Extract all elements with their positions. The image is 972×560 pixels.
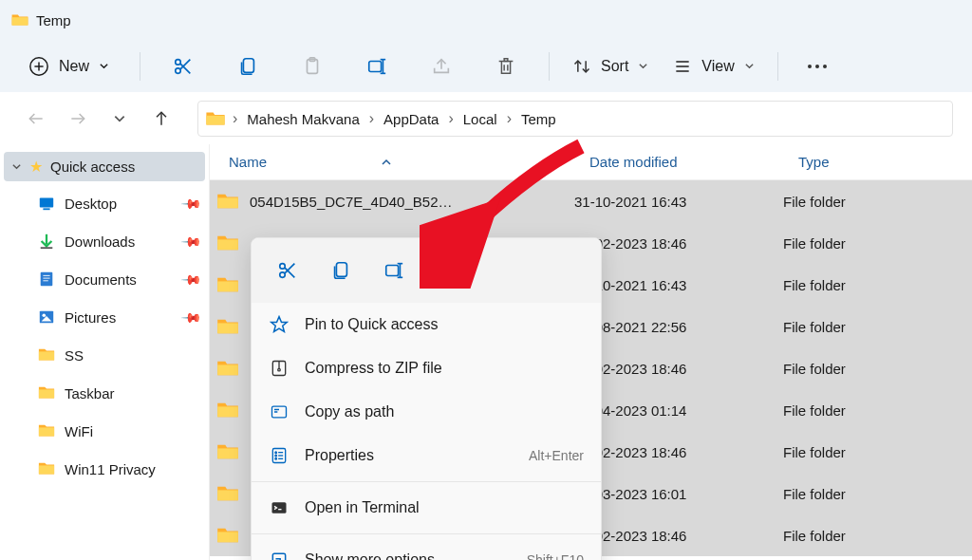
sidebar-item-label: Desktop xyxy=(65,196,117,212)
shortcut-text: Alt+Enter xyxy=(529,448,584,463)
chevron-down-icon xyxy=(11,161,22,172)
folder-icon xyxy=(38,422,55,439)
file-date: 24-02-2023 18:46 xyxy=(574,444,783,460)
sidebar-item-label: Downloads xyxy=(65,233,135,250)
svg-marker-59 xyxy=(217,406,238,417)
toolbar: New Sort xyxy=(0,40,972,93)
svg-rect-81 xyxy=(272,406,287,418)
sidebar-item-taskbar[interactable]: Taskbar xyxy=(4,377,205,409)
address-bar[interactable]: › Mahesh Makvana › AppData › Local › Tem… xyxy=(197,101,953,137)
sidebar-item-desktop[interactable]: Desktop 📌 xyxy=(4,187,205,219)
new-label: New xyxy=(59,58,89,75)
forward-button[interactable] xyxy=(61,102,95,136)
view-label: View xyxy=(701,58,734,75)
file-date: 24-03-2023 16:01 xyxy=(574,486,783,502)
svg-marker-45 xyxy=(39,427,54,436)
separator xyxy=(549,52,550,81)
file-type: File folder xyxy=(783,235,972,252)
divider xyxy=(252,481,601,482)
back-button[interactable] xyxy=(19,102,53,136)
svg-marker-47 xyxy=(39,465,54,474)
file-date: 07-08-2021 22:56 xyxy=(574,319,783,335)
ctx-properties[interactable]: Properties Alt+Enter xyxy=(252,434,601,477)
more-button[interactable] xyxy=(792,47,843,85)
terminal-icon xyxy=(269,497,290,518)
sidebar-item-pictures[interactable]: Pictures 📌 xyxy=(4,301,205,333)
cut-button[interactable] xyxy=(154,47,213,85)
window-title: Temp xyxy=(36,12,71,28)
sidebar-item-wifi[interactable]: WiFi xyxy=(4,415,205,447)
breadcrumb-item[interactable]: AppData xyxy=(378,107,444,131)
up-button[interactable] xyxy=(144,102,178,136)
file-date: 24-02-2023 18:46 xyxy=(574,361,783,377)
svg-rect-12 xyxy=(369,61,382,71)
ctx-terminal[interactable]: Open in Terminal xyxy=(252,486,601,530)
folder-icon xyxy=(217,318,238,335)
title-bar: Temp xyxy=(0,0,972,40)
ctx-delete-button[interactable] xyxy=(426,250,468,291)
share-button xyxy=(412,47,471,85)
table-row[interactable]: 054D15B5_DC7E_4D40_B52… 31-10-2021 16:43… xyxy=(210,180,972,222)
separator xyxy=(777,52,778,81)
file-type: File folder xyxy=(783,361,972,377)
folder-icon xyxy=(217,485,238,502)
breadcrumb-item[interactable]: Local xyxy=(458,107,503,131)
svg-marker-51 xyxy=(217,239,238,250)
sidebar-item-downloads[interactable]: Downloads 📌 xyxy=(4,225,205,257)
column-headers[interactable]: Name Date modified Type xyxy=(210,144,972,180)
folder-icon xyxy=(217,234,238,252)
svg-marker-63 xyxy=(217,490,238,500)
list-icon xyxy=(673,57,692,76)
svg-marker-49 xyxy=(217,197,238,208)
ctx-cut-button[interactable] xyxy=(267,250,308,291)
copy-icon xyxy=(237,56,258,77)
folder-icon xyxy=(217,443,238,460)
view-button[interactable]: View xyxy=(664,51,763,82)
col-name[interactable]: Name xyxy=(229,154,267,170)
sidebar-item-ss[interactable]: SS xyxy=(4,339,205,371)
context-menu-toolbar xyxy=(252,238,601,303)
quick-access-label: Quick access xyxy=(50,159,135,175)
ctx-zip[interactable]: Compress to ZIP file xyxy=(252,346,601,390)
rename-button[interactable] xyxy=(347,47,406,85)
breadcrumb-item[interactable]: Temp xyxy=(515,107,562,131)
new-button[interactable]: New xyxy=(21,50,117,83)
shortcut-text: Shift+F10 xyxy=(527,552,584,560)
col-type[interactable]: Type xyxy=(798,154,972,170)
context-menu: Pin to Quick access Compress to ZIP file… xyxy=(251,237,602,560)
file-date: 24-02-2023 18:46 xyxy=(574,235,783,252)
breadcrumb-item[interactable]: Mahesh Makvana xyxy=(241,107,364,131)
sort-button[interactable]: Sort xyxy=(563,51,658,82)
copy-button[interactable] xyxy=(218,47,277,85)
file-date: 22-04-2023 01:14 xyxy=(574,402,783,419)
share-icon xyxy=(431,56,452,77)
ctx-copy-path[interactable]: Copy as path xyxy=(252,390,601,434)
sidebar-item-win11 privacy[interactable]: Win11 Privacy xyxy=(4,453,205,485)
ctx-rename-button[interactable] xyxy=(373,250,415,291)
downloads-icon xyxy=(38,233,55,250)
folder-icon xyxy=(217,276,238,293)
file-date: 31-10-2021 16:43 xyxy=(574,277,783,293)
svg-marker-1 xyxy=(12,17,28,25)
separator xyxy=(140,52,140,81)
rename-icon xyxy=(366,56,387,77)
recent-button[interactable] xyxy=(103,102,137,136)
col-date[interactable]: Date modified xyxy=(589,154,798,170)
pin-icon: 📌 xyxy=(180,192,202,214)
sidebar-item-label: Documents xyxy=(65,271,137,288)
copy-icon xyxy=(330,260,351,281)
ctx-more[interactable]: Show more options Shift+F10 xyxy=(252,538,601,560)
svg-marker-77 xyxy=(271,317,288,332)
properties-icon xyxy=(269,445,290,466)
quick-access[interactable]: ★ Quick access xyxy=(4,152,205,181)
delete-button[interactable] xyxy=(477,47,535,85)
file-type: File folder xyxy=(783,528,972,544)
svg-marker-61 xyxy=(217,448,238,458)
svg-point-83 xyxy=(275,452,277,454)
ctx-pin[interactable]: Pin to Quick access xyxy=(252,303,601,346)
divider xyxy=(252,533,601,534)
ctx-copy-button[interactable] xyxy=(320,250,362,291)
pin-icon: 📌 xyxy=(180,230,202,252)
sidebar-item-documents[interactable]: Documents 📌 xyxy=(4,263,205,295)
svg-point-38 xyxy=(43,313,47,317)
